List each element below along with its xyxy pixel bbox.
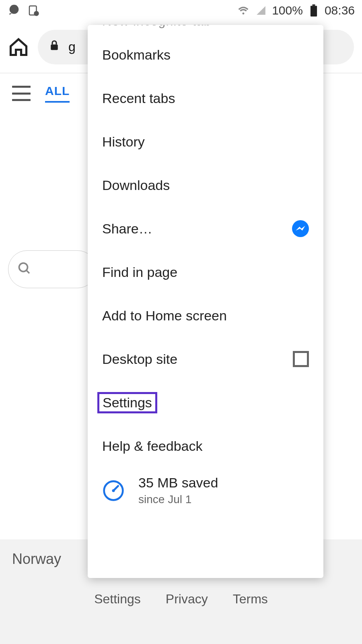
svg-point-9 xyxy=(112,489,115,492)
search-icon xyxy=(17,261,32,277)
footer-location: Norway xyxy=(12,551,61,568)
menu-bookmarks[interactable]: Bookmarks xyxy=(88,33,323,76)
footer-settings-link[interactable]: Settings xyxy=(94,592,141,607)
clock-time: 08:36 xyxy=(325,4,355,17)
sync-icon xyxy=(27,4,40,17)
menu-find-in-page[interactable]: Find in page xyxy=(88,250,323,294)
desktop-site-checkbox[interactable] xyxy=(293,351,309,367)
svg-point-2 xyxy=(34,11,39,16)
wifi-icon xyxy=(237,4,250,17)
svg-rect-4 xyxy=(312,4,315,6)
menu-share[interactable]: Share… xyxy=(88,207,323,250)
menu-desktop-site[interactable]: Desktop site xyxy=(88,337,323,381)
battery-pct: 100% xyxy=(272,4,303,17)
signal-icon xyxy=(254,4,268,17)
svg-point-0 xyxy=(10,5,19,14)
svg-rect-3 xyxy=(311,6,317,17)
svg-point-6 xyxy=(19,263,28,272)
search-box[interactable] xyxy=(8,250,97,288)
url-text: g xyxy=(68,39,76,54)
home-icon[interactable] xyxy=(8,37,29,58)
footer-links: Settings Privacy Terms xyxy=(0,592,362,607)
menu-help[interactable]: Help & feedback xyxy=(88,424,323,468)
footer-terms-link[interactable]: Terms xyxy=(233,592,268,607)
menu-downloads[interactable]: Downloads xyxy=(88,163,323,207)
tab-all[interactable]: ALL xyxy=(45,84,70,103)
messenger-icon xyxy=(292,220,309,237)
status-bar: 100% 08:36 xyxy=(0,0,362,21)
menu-settings[interactable]: Settings xyxy=(88,381,323,424)
menu-recent-tabs[interactable]: Recent tabs xyxy=(88,76,323,120)
battery-icon xyxy=(307,4,321,17)
menu-data-saver[interactable]: 35 MB saved since Jul 1 xyxy=(88,468,323,506)
data-saved-amount: 35 MB saved xyxy=(138,475,218,491)
data-saved-since: since Jul 1 xyxy=(138,493,218,506)
menu-add-home[interactable]: Add to Home screen xyxy=(88,294,323,337)
menu-new-incognito[interactable]: New incognito tab xyxy=(88,25,323,33)
svg-rect-5 xyxy=(51,44,58,50)
hamburger-icon[interactable] xyxy=(12,86,31,101)
lock-icon xyxy=(48,39,60,55)
settings-highlight: Settings xyxy=(97,392,157,413)
menu-history[interactable]: History xyxy=(88,120,323,163)
notification-icon xyxy=(7,4,21,17)
gauge-icon xyxy=(102,479,125,502)
footer-privacy-link[interactable]: Privacy xyxy=(166,592,208,607)
overflow-menu: New incognito tab Bookmarks Recent tabs … xyxy=(88,25,323,578)
